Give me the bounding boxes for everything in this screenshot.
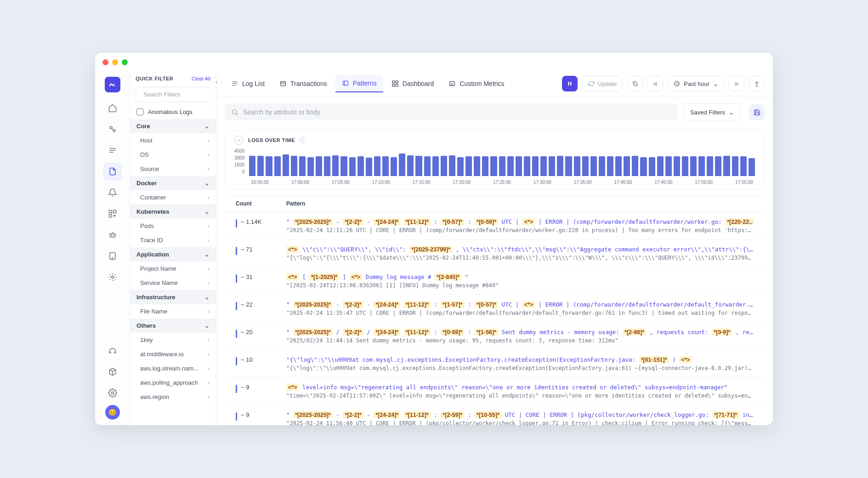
chart-bar[interactable] xyxy=(649,157,655,176)
chart-bar[interactable] xyxy=(674,156,680,176)
chart-bar[interactable] xyxy=(465,156,472,176)
chart-bar[interactable] xyxy=(357,156,364,176)
filter-group-header[interactable]: Core⌄ xyxy=(130,119,216,133)
chart-bar[interactable] xyxy=(257,156,264,176)
chart-bar[interactable] xyxy=(291,156,297,176)
chart-bar[interactable] xyxy=(382,156,389,176)
nav-robot-icon[interactable] xyxy=(103,226,122,244)
chart-bar[interactable] xyxy=(632,156,638,176)
chart-bar[interactable] xyxy=(690,156,697,176)
chart-bar[interactable] xyxy=(557,156,563,176)
chart-bar[interactable] xyxy=(424,156,431,176)
next-range-button[interactable]: » xyxy=(729,76,744,91)
chart-bar[interactable] xyxy=(407,155,414,176)
minimize-dot[interactable] xyxy=(112,59,118,65)
chart-bar[interactable] xyxy=(624,156,630,176)
nav-list-icon[interactable] xyxy=(103,141,122,159)
chart-bar[interactable] xyxy=(640,157,647,176)
tab-dashboard[interactable]: Dashboard xyxy=(385,75,441,92)
clear-all-link[interactable]: Clear All xyxy=(192,76,210,81)
chart-info-icon[interactable]: i xyxy=(300,137,306,143)
nav-apps-icon[interactable] xyxy=(103,205,122,223)
save-filter-button[interactable] xyxy=(749,104,765,120)
tab-custom-metrics[interactable]: Custom Metrics xyxy=(442,75,511,92)
table-row[interactable]: ~ 10"{\"log\":\"\\u0009at com.mysql.cj.e… xyxy=(225,350,765,377)
filter-item[interactable]: Service Name› xyxy=(130,276,216,290)
chart-bar[interactable] xyxy=(399,154,405,176)
nav-rum-icon[interactable] xyxy=(103,247,122,265)
user-avatar[interactable]: 😊 xyxy=(105,405,120,420)
filter-item[interactable]: OS› xyxy=(130,148,216,162)
chart-bar[interactable] xyxy=(307,157,314,176)
main-search[interactable] xyxy=(225,104,678,120)
chart-bar[interactable] xyxy=(449,155,455,176)
chart-bar[interactable] xyxy=(482,156,488,176)
chart-bar[interactable] xyxy=(590,156,597,176)
chart-bar[interactable] xyxy=(549,156,555,176)
chart-bar[interactable] xyxy=(732,156,738,176)
filter-item[interactable]: File Name› xyxy=(130,304,216,319)
filter-item[interactable]: at.middleware.io› xyxy=(130,347,216,361)
collapse-sidebar-button[interactable]: ‹ xyxy=(211,77,222,88)
chart-bar[interactable] xyxy=(316,156,322,176)
chart-bar[interactable] xyxy=(332,155,339,176)
nav-apm-icon[interactable] xyxy=(103,120,122,138)
nav-logs-icon[interactable] xyxy=(103,162,122,181)
table-row[interactable]: ~ 9<*> level=info msg=\"regenerating all… xyxy=(225,377,765,405)
table-row[interactable]: ~ 31<*> [ *[1-2025]* ] <*> Dummy log mes… xyxy=(225,267,765,295)
chart-bar[interactable] xyxy=(665,156,672,176)
chart-bar[interactable] xyxy=(391,157,397,176)
nav-box-icon[interactable] xyxy=(103,363,122,381)
app-logo[interactable] xyxy=(105,77,120,92)
filter-item[interactable]: aws.log.stream.nam...› xyxy=(130,361,216,376)
anomalous-checkbox-row[interactable]: Anomalous Logs xyxy=(130,105,216,119)
filter-item[interactable]: Container› xyxy=(130,190,216,205)
chart-bar[interactable] xyxy=(540,156,547,176)
chart-bar[interactable] xyxy=(374,156,380,176)
chart-bar[interactable] xyxy=(723,156,730,176)
nav-home-icon[interactable] xyxy=(103,99,122,117)
refresh-button[interactable]: Update xyxy=(582,76,623,91)
table-row[interactable]: ~ 1.14K" *[2025-2025]* - *[2-2]* - *[24-… xyxy=(225,212,765,239)
export-button[interactable] xyxy=(749,76,765,91)
table-row[interactable]: ~ 71<*> \\"c\\":\\"QUERY\\", \\"id\\": *… xyxy=(225,239,765,267)
nav-gear-icon[interactable] xyxy=(103,384,122,402)
chart-bar[interactable] xyxy=(599,156,605,176)
chart-bar[interactable] xyxy=(490,156,497,176)
chart-bar[interactable] xyxy=(266,156,272,176)
chart-bar[interactable] xyxy=(607,156,613,176)
chart-bar[interactable] xyxy=(707,156,713,176)
chart-bar[interactable] xyxy=(516,156,522,176)
chart-bar[interactable] xyxy=(507,156,514,176)
close-dot[interactable] xyxy=(102,59,108,65)
nav-alerts-icon[interactable] xyxy=(103,183,122,202)
filter-item[interactable]: Host› xyxy=(130,133,216,148)
chart-bar[interactable] xyxy=(366,158,372,176)
table-row[interactable]: ~ 9" *[2025-2025]* - *[2-2]* - *[24-24]*… xyxy=(225,405,765,425)
tab-log-list[interactable]: Log List xyxy=(225,75,271,92)
filter-item[interactable]: aws.region› xyxy=(130,390,216,404)
chart-bar[interactable] xyxy=(615,156,622,176)
filter-item[interactable]: Pods› xyxy=(130,219,216,233)
filter-group-header[interactable]: Application⌄ xyxy=(130,247,216,262)
chart-bar[interactable] xyxy=(657,156,664,176)
saved-filters-button[interactable]: Saved Filters⌄ xyxy=(683,103,741,121)
table-row[interactable]: ~ 20" *[2025-2025]* / *[2-2]* / *[24-24]… xyxy=(225,322,765,350)
chart-bar[interactable] xyxy=(740,156,747,176)
chart-bar[interactable] xyxy=(499,156,505,176)
chart-bar[interactable] xyxy=(698,156,705,176)
chart-bar[interactable] xyxy=(457,157,464,176)
chart-bar[interactable] xyxy=(432,156,439,176)
nav-support-icon[interactable] xyxy=(103,341,122,360)
time-range-button[interactable]: Past hour⌄ xyxy=(668,76,724,91)
chart-bar[interactable] xyxy=(415,156,422,176)
filter-item[interactable]: Project Name› xyxy=(130,262,216,276)
chart-bar[interactable] xyxy=(582,156,589,176)
chart-bar[interactable] xyxy=(283,154,289,176)
filter-search[interactable] xyxy=(135,87,211,102)
chart-bar[interactable] xyxy=(274,156,281,176)
filter-item[interactable]: Source› xyxy=(130,162,216,176)
chart-bar[interactable] xyxy=(524,156,530,176)
chart-bars[interactable] xyxy=(249,148,755,176)
chart-bar[interactable] xyxy=(299,156,306,176)
